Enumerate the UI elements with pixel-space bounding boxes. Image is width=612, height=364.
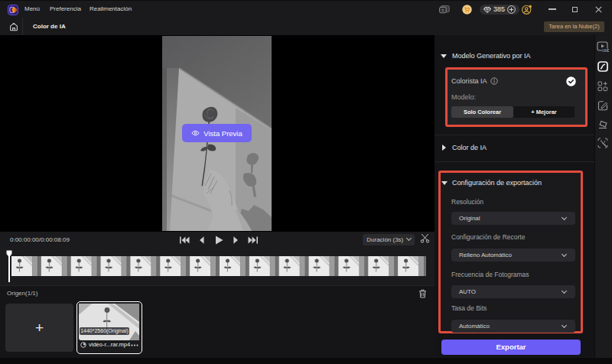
svg-text:UHD: UHD bbox=[602, 49, 609, 53]
